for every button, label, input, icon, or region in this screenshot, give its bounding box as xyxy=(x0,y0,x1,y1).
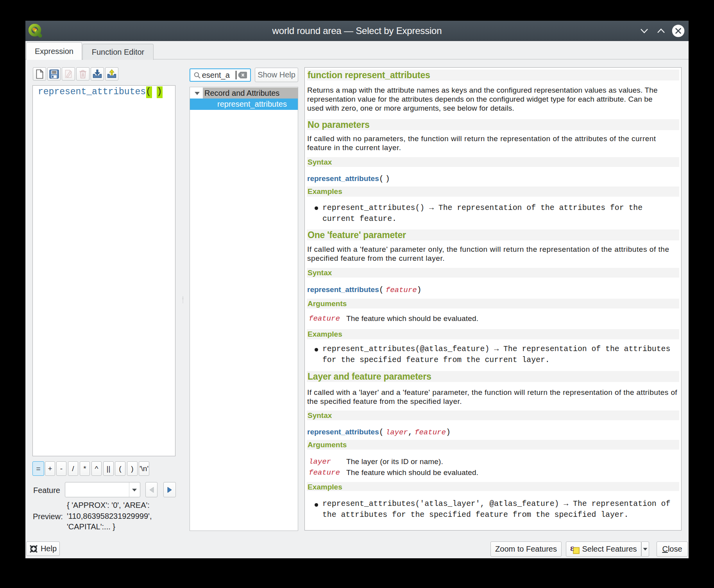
svg-text:ε: ε xyxy=(570,544,574,553)
